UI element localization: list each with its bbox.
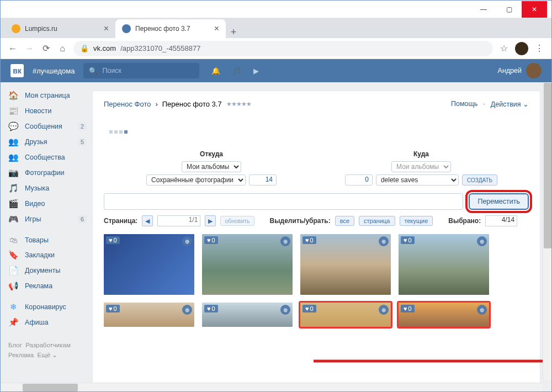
tab-close-icon[interactable]: × <box>214 24 219 34</box>
video-icon: 🎬 <box>8 199 18 209</box>
page-next-button[interactable]: ▶ <box>205 215 216 226</box>
sidebar-badge: 2 <box>78 123 87 130</box>
like-badge[interactable]: ♥0 <box>106 305 120 312</box>
photo-thumbnail[interactable]: ♥0⊕ <box>104 303 194 327</box>
scrollbar-horizontal[interactable] <box>1 383 543 391</box>
select-page-button[interactable]: страница <box>359 216 395 226</box>
vk-user-menu[interactable]: Андрей <box>498 63 542 78</box>
from-album-select[interactable]: Сохранённые фотографии <box>146 174 246 186</box>
select-all-button[interactable]: все <box>335 216 354 226</box>
zoom-icon[interactable]: ⊕ <box>379 305 389 315</box>
browser-tabbar: Lumpics.ru × Перенос фото 3.7 × + <box>1 18 551 38</box>
sidebar-item-messages[interactable]: 💬Сообщения2 <box>1 119 92 134</box>
like-badge[interactable]: ♥0 <box>401 305 415 312</box>
to-count: 0 <box>345 174 373 186</box>
help-link[interactable]: Помощь <box>451 100 477 108</box>
vk-logo[interactable]: вк <box>10 64 24 77</box>
market-icon: 🛍 <box>8 235 18 245</box>
sidebar-item-documents[interactable]: 📄Документы <box>1 263 92 278</box>
footer-more[interactable]: Ещё ⌄ <box>38 352 58 358</box>
vk-search[interactable]: 🔍 Поиск <box>83 63 199 78</box>
sidebar-item-my-page[interactable]: 🏠Моя страница <box>1 88 92 103</box>
like-badge[interactable]: ♥0 <box>204 236 218 244</box>
covid-icon: ❄ <box>8 302 18 312</box>
sidebar-label: Реклама <box>25 282 52 290</box>
player-icon[interactable]: ▶ <box>253 67 259 75</box>
browser-tab-active[interactable]: Перенос фото 3.7 × <box>115 19 226 38</box>
breadcrumb-root[interactable]: Перенос Фото <box>104 100 151 108</box>
like-badge[interactable]: ♥0 <box>302 236 316 244</box>
select-current-button[interactable]: текущие <box>400 216 433 226</box>
sidebar-item-friends[interactable]: 👥Друзья5 <box>1 134 92 150</box>
sidebar-item-ads[interactable]: 📢Реклама <box>1 278 92 294</box>
nav-back-icon[interactable]: ← <box>7 43 18 54</box>
friends-icon: 👥 <box>8 137 18 147</box>
tab-close-icon[interactable]: × <box>104 24 109 34</box>
bookmark-star-icon[interactable]: ☆ <box>498 43 509 54</box>
sidebar-item-market[interactable]: 🛍Товары <box>1 232 92 247</box>
sidebar-item-photos[interactable]: 📷Фотографии <box>1 165 92 181</box>
footer-ads[interactable]: Реклама <box>8 352 34 358</box>
new-tab-button[interactable]: + <box>226 27 241 38</box>
nav-reload-icon[interactable]: ⟳ <box>40 43 51 54</box>
nav-forward-icon[interactable]: → <box>24 43 35 54</box>
window-minimize[interactable]: — <box>471 1 496 18</box>
photo-thumbnail[interactable]: ♥0⊕ <box>202 234 293 295</box>
photo-thumbnail[interactable]: ♥0⊕ <box>399 234 489 295</box>
nav-home-icon[interactable]: ⌂ <box>57 43 68 54</box>
page-indicator: 1/1 <box>157 215 200 226</box>
sidebar-item-communities[interactable]: 👥Сообщества <box>1 150 92 165</box>
sidebar-item-video[interactable]: 🎬Видео <box>1 196 92 211</box>
music-icon[interactable]: 🎵 <box>232 67 241 75</box>
zoom-icon[interactable]: ⊕ <box>280 236 290 246</box>
like-badge[interactable]: ♥0 <box>401 236 415 244</box>
browser-menu-icon[interactable]: ⋮ <box>534 43 545 54</box>
zoom-icon[interactable]: ⊕ <box>182 236 192 246</box>
footer-devs[interactable]: Разработчикам <box>25 342 71 348</box>
like-badge[interactable]: ♥0 <box>302 305 316 312</box>
footer-blog[interactable]: Блог <box>8 342 22 348</box>
photo-thumbnail-selected[interactable]: ♥0⊕ <box>399 303 489 327</box>
rating-stars[interactable]: ★★★★★ <box>226 100 251 108</box>
like-badge[interactable]: ♥0 <box>204 305 218 312</box>
to-owner-select[interactable]: Мои альбомы <box>391 161 451 172</box>
app-main: Перенос Фото › Перенос фото 3.7 ★★★★★ По… <box>92 91 540 391</box>
page-prev-button[interactable]: ◀ <box>142 215 153 226</box>
music-icon: 🎵 <box>8 183 18 193</box>
photo-thumbnail[interactable]: ♥0⊕ <box>104 234 194 295</box>
sidebar-badge: 5 <box>78 138 87 146</box>
sidebar-item-news[interactable]: 📰Новости <box>1 103 92 119</box>
window-maximize[interactable]: ▢ <box>496 1 522 18</box>
zoom-icon[interactable]: ⊕ <box>182 305 192 315</box>
url-field[interactable]: 🔒 vk.com/app3231070_-45558877 <box>73 41 493 56</box>
notifications-icon[interactable]: 🔔 <box>211 67 220 75</box>
from-owner-select[interactable]: Мои альбомы <box>182 161 241 172</box>
like-badge[interactable]: ♥0 <box>106 236 120 244</box>
sidebar-item-music[interactable]: 🎵Музыка <box>1 181 92 196</box>
move-button[interactable]: Переместить <box>469 193 529 210</box>
sidebar-item-games[interactable]: 🎮Игры6 <box>1 211 92 227</box>
vk-hashtag[interactable]: #лучшедома <box>33 67 75 75</box>
zoom-icon[interactable]: ⊕ <box>477 236 487 246</box>
zoom-icon[interactable]: ⊕ <box>379 236 389 246</box>
scrollbar-vertical[interactable] <box>543 82 551 380</box>
zoom-icon[interactable]: ⊕ <box>280 305 290 315</box>
actions-dropdown[interactable]: Действия ⌄ <box>491 100 529 108</box>
window-close[interactable]: ✕ <box>522 1 547 18</box>
photo-thumbnail-selected[interactable]: ♥0⊕ <box>300 303 391 327</box>
browser-tab[interactable]: Lumpics.ru × <box>5 19 115 38</box>
profile-avatar[interactable] <box>515 42 528 55</box>
sidebar-label: Афиша <box>25 319 49 326</box>
sidebar-item-bookmarks[interactable]: 🔖Закладки <box>1 247 92 263</box>
sidebar-item-covid[interactable]: ❄Коронавирус <box>1 299 92 315</box>
sidebar-item-events[interactable]: 📌Афиша <box>1 315 92 330</box>
refresh-button[interactable]: обновить <box>220 216 254 226</box>
selected-label: Выбрано: <box>448 217 481 225</box>
to-album-select[interactable]: delete saves <box>376 174 459 186</box>
zoom-icon[interactable]: ⊕ <box>477 305 487 315</box>
photo-thumbnail[interactable]: ♥0⊕ <box>300 234 391 295</box>
select-label: Выделить/убрать: <box>270 217 331 225</box>
photo-thumbnail[interactable]: ♥0⊕ <box>202 303 293 327</box>
tab-title: Lumpics.ru <box>25 25 57 33</box>
create-album-button[interactable]: создать <box>462 174 497 186</box>
